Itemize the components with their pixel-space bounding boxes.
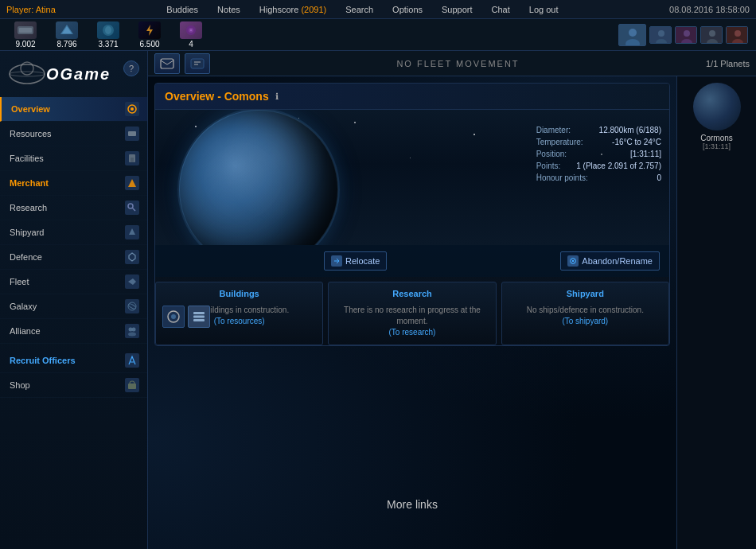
nav-notes[interactable]: Notes xyxy=(208,2,250,18)
nav-logout[interactable]: Log out xyxy=(520,2,568,18)
current-planet-position: [1:31:11] xyxy=(703,142,731,150)
facilities-icon xyxy=(125,151,139,165)
resource-bar: 9.002 8.796 3.371 6.500 xyxy=(0,19,756,51)
honour-value: 0 xyxy=(657,173,661,182)
planet-view-button[interactable] xyxy=(162,306,185,328)
avatar-2[interactable] xyxy=(675,26,697,44)
sidebar-item-fleet[interactable]: Fleet xyxy=(0,270,147,294)
galaxy-icon xyxy=(125,299,139,313)
nav-support[interactable]: Support xyxy=(432,2,482,18)
resource-darkmatter[interactable]: 4 xyxy=(173,20,208,50)
overview-panel: Overview - Comons ℹ xyxy=(154,83,670,543)
darkmatter-icon xyxy=(180,21,202,39)
resource-crystal[interactable]: 8.796 xyxy=(49,20,84,50)
svg-point-40 xyxy=(132,328,136,332)
main-content: Overview - Comons ℹ xyxy=(148,76,676,549)
resource-metal[interactable]: 9.002 xyxy=(8,20,43,50)
sidebar-item-galaxy[interactable]: Galaxy xyxy=(0,294,147,319)
sidebar-label-shop: Shop xyxy=(10,380,30,390)
logo-icon xyxy=(8,59,46,89)
svg-rect-29 xyxy=(128,131,136,136)
temperature-value: -16°C to 24°C xyxy=(612,138,661,146)
sidebar-item-shop[interactable]: Shop xyxy=(0,373,147,398)
info-icon[interactable]: ℹ xyxy=(275,92,279,102)
nav-chat[interactable]: Chat xyxy=(482,2,520,18)
honour-label: Honour points: xyxy=(536,173,588,182)
svg-point-5 xyxy=(105,26,111,34)
messages-button[interactable] xyxy=(154,53,180,74)
overview-header: Overview - Comons ℹ xyxy=(155,84,669,110)
svg-rect-31 xyxy=(131,158,134,162)
crystal-value: 8.796 xyxy=(57,40,76,49)
svg-point-8 xyxy=(190,29,192,31)
svg-point-50 xyxy=(171,314,176,319)
sidebar-label-shipyard: Shipyard xyxy=(10,228,44,237)
avatar-1[interactable] xyxy=(649,26,672,44)
sidebar-label-fleet: Fleet xyxy=(10,277,29,286)
sidebar-label-galaxy: Galaxy xyxy=(10,302,37,311)
shipyard-title: Shipyard xyxy=(509,289,662,298)
shipyard-icon xyxy=(125,225,139,239)
resource-deuterium[interactable]: 3.371 xyxy=(91,20,126,50)
sidebar-item-research[interactable]: Research xyxy=(0,196,147,220)
abandon-icon xyxy=(567,255,579,267)
research-panel: Research There is no research in progres… xyxy=(328,282,496,345)
metal-value: 9.002 xyxy=(15,40,35,49)
svg-point-16 xyxy=(684,30,690,37)
svg-rect-44 xyxy=(161,59,173,68)
research-title: Research xyxy=(335,289,489,298)
avatar-4[interactable] xyxy=(726,26,748,44)
list-view-button[interactable] xyxy=(188,306,210,328)
deuterium-icon xyxy=(97,21,119,39)
buildings-link[interactable]: (To resources) xyxy=(214,317,265,325)
construction-panels: Buildings No buildings in construction. … xyxy=(155,282,669,345)
sidebar-item-alliance[interactable]: Alliance xyxy=(0,319,147,344)
nav-buddies[interactable]: Buddies xyxy=(157,2,208,18)
avatar-3[interactable] xyxy=(700,26,723,44)
svg-point-26 xyxy=(10,72,45,76)
relocate-button[interactable]: Relocate xyxy=(324,251,387,271)
shop-icon xyxy=(125,378,139,392)
nav-search[interactable]: Search xyxy=(336,2,383,18)
more-links-label: More links xyxy=(387,498,438,511)
shipyard-panel: Shipyard No ships/defence in constructio… xyxy=(501,282,669,345)
more-links: More links xyxy=(387,498,438,511)
sidebar-item-defence[interactable]: Defence xyxy=(0,245,147,270)
resource-energy[interactable]: 6.500 xyxy=(132,20,167,50)
overview-icon xyxy=(125,102,139,116)
shipyard-link[interactable]: (To shipyard) xyxy=(562,317,608,325)
help-button[interactable]: ? xyxy=(123,60,139,76)
abandon-rename-button[interactable]: Abandon/Rename xyxy=(560,251,660,271)
darkmatter-value: 4 xyxy=(189,40,193,49)
position-value: [1:31:11] xyxy=(630,150,661,158)
svg-point-24 xyxy=(10,64,45,84)
espionage-button[interactable] xyxy=(185,53,210,74)
resources-icon xyxy=(125,127,139,141)
svg-rect-52 xyxy=(193,316,205,318)
points-label: Points: xyxy=(536,162,561,170)
sidebar-item-resources[interactable]: Resources xyxy=(0,122,147,146)
sidebar-item-shipyard[interactable]: Shipyard xyxy=(0,220,147,245)
sidebar-item-merchant[interactable]: Merchant xyxy=(0,171,147,196)
planet-visual xyxy=(179,118,338,245)
shipyard-text: No ships/defence in construction. (To sh… xyxy=(509,305,662,327)
avatar-large[interactable] xyxy=(618,24,646,46)
player-info: Player: Atina xyxy=(6,5,56,14)
logo-text: OGame xyxy=(46,65,111,84)
sidebar-item-overview[interactable]: Overview xyxy=(0,97,147,122)
temperature-label: Temperature: xyxy=(536,138,583,146)
current-planet-image[interactable] xyxy=(693,83,741,130)
sidebar-label-resources: Resources xyxy=(10,129,52,138)
overview-box: Overview - Comons ℹ xyxy=(154,83,670,346)
svg-rect-53 xyxy=(193,319,205,321)
sidebar-item-facilities[interactable]: Facilities xyxy=(0,146,147,171)
research-link[interactable]: (To research) xyxy=(389,328,436,337)
nav-highscore[interactable]: Highscore (2091) xyxy=(250,2,336,18)
sidebar-item-recruit[interactable]: Recruit Officers xyxy=(0,348,147,373)
sidebar-label-recruit: Recruit Officers xyxy=(10,356,76,365)
nav-options[interactable]: Options xyxy=(383,2,432,18)
research-icon xyxy=(125,201,139,215)
diameter-value: 12.800km (6/188) xyxy=(599,126,661,134)
sidebar: OGame ? Overview Resources Facilities Me… xyxy=(0,51,148,549)
svg-point-33 xyxy=(128,204,133,208)
